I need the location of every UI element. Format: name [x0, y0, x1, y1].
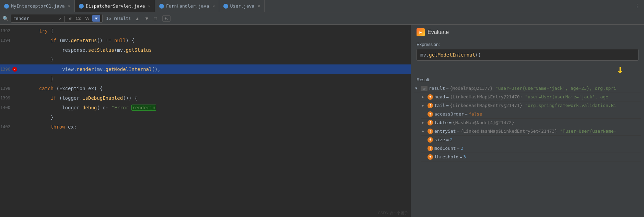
tab-label-myinterceptor: MyInterceptor01.java: [11, 3, 65, 9]
tab-furnhandler[interactable]: FurnHandler.java ✕: [155, 0, 219, 12]
tree-val-head: {LinkedHashMap$Entry@21470}: [450, 94, 525, 99]
tree-item-head[interactable]: ▶ f head = {LinkedHashMap$Entry@21470} "…: [421, 93, 641, 101]
tree-item-entryset[interactable]: ▶ f entrySet = {LinkedHashMap$LinkedEntr…: [421, 127, 641, 136]
tree-name-tail: tail: [434, 103, 445, 108]
tab-menu-button[interactable]: ⋮: [630, 3, 644, 9]
search-clear-button[interactable]: ✕: [59, 16, 61, 21]
tab-user[interactable]: User.java ✕: [219, 0, 265, 12]
infinity-badge-result: ∞: [421, 86, 428, 91]
tab-icon-dispatcher: [79, 4, 84, 9]
fold-1398: [21, 84, 25, 93]
line-content-1400: logger.debug( o: "Error renderin: [25, 103, 411, 112]
fold-close3: [21, 112, 25, 122]
code-line-1400: 1400 logger.debug( o: "Error renderin: [0, 103, 411, 112]
tab-myinterceptor[interactable]: MyInterceptor01.java ✕: [0, 0, 75, 12]
code-line-close2: }: [0, 74, 411, 84]
tab-close-myinterceptor[interactable]: ✕: [68, 4, 71, 8]
f-badge-threshold: f: [428, 154, 433, 160]
gutter-1399: 1399: [0, 93, 21, 103]
search-input-wrap: ✕ | ↺ Cc W ✶: [11, 14, 103, 23]
tree-item-tail[interactable]: ▶ f tail = {LinkedHashMap$Entry@21471} "…: [421, 101, 641, 110]
tree-name-size: size: [434, 137, 445, 142]
tree-name-result: result: [429, 86, 445, 91]
f-badge-table: f: [428, 120, 433, 125]
tab-label-user: User.java: [230, 3, 254, 9]
tab-close-furnhandler[interactable]: ✕: [212, 4, 215, 8]
tree-eq-size: =: [446, 137, 449, 142]
tab-bar: MyInterceptor01.java ✕ DispatcherServlet…: [0, 0, 644, 12]
tree-val-str-head: "user=User{userName='jack', age: [525, 94, 608, 99]
search-icon[interactable]: 🔍: [3, 16, 9, 21]
line-content-1399: if (logger.isDebugEnabled()) {: [25, 93, 411, 103]
expr-method: getModelInternal: [429, 52, 475, 58]
tab-icon-furn: [159, 4, 164, 9]
prev-result-button[interactable]: ▲: [133, 15, 142, 22]
code-line-1394: 1394 if (mv.getStatus() != null) {: [0, 36, 411, 45]
expand-tail[interactable]: ▶: [422, 104, 428, 107]
f-badge-entryset: f: [428, 129, 433, 134]
expression-label: Expression:: [417, 42, 639, 47]
tree-val-size: 2: [450, 137, 453, 142]
tree-val-result: {ModelMap@21377}: [450, 86, 495, 91]
breakpoint-icon[interactable]: ✓: [12, 67, 17, 72]
next-result-button[interactable]: ▼: [142, 15, 151, 22]
line-content-close1: }: [25, 55, 411, 64]
fold-1392: [21, 26, 25, 36]
tab-label-furnhandler: FurnHandler.java: [166, 3, 209, 9]
tab-icon-user: [223, 4, 228, 9]
line-content-close2: }: [25, 74, 411, 84]
expand-head[interactable]: ▶: [422, 95, 428, 99]
evaluate-logo: ▶: [417, 28, 425, 36]
tab-dispatcherservlet[interactable]: DispatcherServlet.java ✕: [75, 0, 155, 12]
fold-close2: [21, 74, 25, 84]
cc-button[interactable]: Cc: [74, 15, 83, 22]
line-num-1392: 1392: [0, 26, 12, 36]
tree-val-threshold: 3: [463, 154, 466, 159]
star-button[interactable]: ✶: [92, 15, 100, 22]
expand-table[interactable]: ▶: [422, 121, 428, 124]
search-input[interactable]: [13, 16, 58, 21]
gutter-1398: 1398: [0, 84, 21, 93]
tree-eq-accessorder: =: [465, 111, 468, 117]
expand-result[interactable]: ▼: [415, 86, 421, 90]
nav-buttons: ▲ ▼ □: [133, 15, 159, 22]
eval-header: ▶ Evaluate: [411, 25, 644, 40]
tree-name-modcount: modCount: [434, 146, 456, 151]
tree-item-result[interactable]: ▼ ∞ result = {ModelMap@21377} "user=User…: [414, 84, 641, 93]
watermark: CSDN @~ 小团子: [378, 210, 408, 216]
gutter-1402: 1402: [0, 122, 21, 132]
tree-val-str-entryset: "[user=User{userName=: [560, 129, 616, 134]
gutter-1396: 1396 ✓: [0, 64, 21, 74]
tab-label-dispatcherservlet: DispatcherServlet.java: [86, 3, 145, 9]
expression-box[interactable]: mv.getModelInternal(): [417, 49, 639, 61]
expand-entryset[interactable]: ▶: [422, 129, 428, 133]
w-button[interactable]: W: [84, 15, 91, 22]
tab-icon-java: [4, 4, 9, 9]
search-separator: |: [63, 15, 66, 22]
gutter-1400: 1400: [0, 103, 21, 112]
tree-item-accessorder: ▶ f accessOrder = false: [421, 110, 641, 119]
gutter-close3: [0, 112, 21, 122]
code-editor[interactable]: 1392 try { 1394 if (mv.getStatus() != nu…: [0, 25, 411, 217]
tab-close-dispatcherservlet[interactable]: ✕: [148, 4, 151, 8]
tree-eq-modcount: =: [457, 146, 460, 151]
result-tree[interactable]: ▼ ∞ result = {ModelMap@21377} "user=User…: [411, 84, 644, 217]
line-content-1398: catch (Exception ex) {: [25, 84, 411, 93]
tree-val-str-result: "user=User{userName='jack', age=23}, org…: [495, 86, 616, 91]
context-button[interactable]: □: [152, 15, 159, 22]
tree-val-modcount: 2: [460, 146, 463, 151]
evaluate-title: Evaluate: [428, 29, 449, 35]
rotate-icon[interactable]: ↺: [68, 15, 73, 22]
code-line-1395: response.setStatus(mv.getStatus: [0, 45, 411, 55]
marker-1396: ✓: [12, 67, 18, 72]
code-lines: 1392 try { 1394 if (mv.getStatus() != nu…: [0, 25, 411, 133]
tree-item-table[interactable]: ▶ f table = {HashMap$Node[4]@21472}: [421, 119, 641, 127]
gutter-1395: [0, 45, 21, 55]
yellow-arrow-icon: ↓: [617, 63, 623, 76]
tab-close-user[interactable]: ✕: [258, 4, 260, 8]
line-num-1396: 1396: [0, 64, 12, 74]
plus-subscript-button[interactable]: +ₓ: [162, 15, 171, 22]
code-line-1398: 1398 catch (Exception ex) {: [0, 84, 411, 93]
line-num-1394: 1394: [0, 36, 12, 45]
eval-expression-section: Expression: mv.getModelInternal(): [411, 40, 644, 63]
